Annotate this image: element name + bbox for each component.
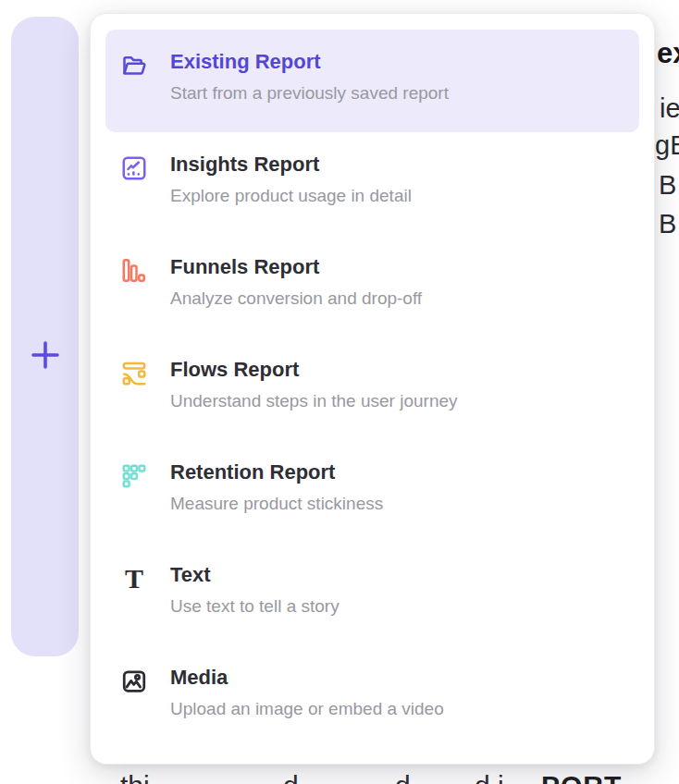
menu-item-subtitle: Analyze conversion and drop-off [170, 288, 422, 310]
menu-item-title: Retention Report [170, 459, 383, 485]
clipped-text-fragment: thi [120, 770, 150, 784]
menu-item-flows-report[interactable]: Flows Report Understand steps in the use… [105, 337, 639, 440]
menu-item-subtitle: Use text to tell a story [170, 595, 340, 618]
clipped-text-fragment: gB [655, 130, 679, 161]
plus-icon [30, 339, 61, 374]
menu-item-title: Insights Report [170, 152, 412, 178]
funnel-bars-icon [120, 257, 148, 285]
add-report-menu: Existing Report Start from a previously … [90, 13, 655, 765]
add-content-rail [11, 17, 79, 656]
menu-item-subtitle: Explore product usage in detail [170, 185, 412, 207]
clipped-text-fragment: PORT [541, 770, 622, 784]
clipped-text-fragment: ex [657, 37, 679, 70]
text-icon: T [120, 565, 148, 593]
clipped-text-fragment: d [283, 770, 299, 784]
media-image-icon [120, 668, 148, 695]
clipped-text-fragment: d [395, 770, 411, 784]
add-item-button[interactable] [27, 337, 64, 374]
menu-item-title: Media [170, 665, 444, 691]
clipped-text-fragment: B [659, 170, 676, 201]
menu-item-text[interactable]: T Text Use text to tell a story [105, 543, 639, 645]
flows-sankey-icon [120, 360, 148, 387]
menu-item-title: Existing Report [170, 49, 449, 75]
menu-item-funnels-report[interactable]: Funnels Report Analyze conversion and dr… [105, 235, 639, 337]
menu-item-retention-report[interactable]: Retention Report Measure product stickin… [105, 440, 639, 543]
folder-open-icon [120, 52, 148, 80]
menu-item-subtitle: Measure product stickiness [170, 493, 383, 515]
menu-item-title: Text [170, 562, 340, 588]
clipped-text-fragment: B [659, 209, 676, 239]
retention-grid-icon [120, 462, 148, 490]
menu-item-subtitle: Understand steps in the user journey [170, 390, 458, 412]
menu-item-existing-report[interactable]: Existing Report Start from a previously … [105, 30, 639, 132]
menu-item-insights-report[interactable]: Insights Report Explore product usage in… [105, 132, 639, 235]
menu-item-title: Funnels Report [170, 254, 422, 280]
clipped-text-fragment: ie [660, 93, 679, 124]
menu-item-title: Flows Report [170, 357, 458, 383]
menu-item-subtitle: Upload an image or embed a video [170, 698, 444, 720]
menu-item-subtitle: Start from a previously saved report [170, 82, 449, 104]
menu-item-media[interactable]: Media Upload an image or embed a video [105, 645, 639, 748]
clipped-text-fragment: d i [475, 770, 504, 784]
insights-chart-icon [120, 154, 148, 182]
